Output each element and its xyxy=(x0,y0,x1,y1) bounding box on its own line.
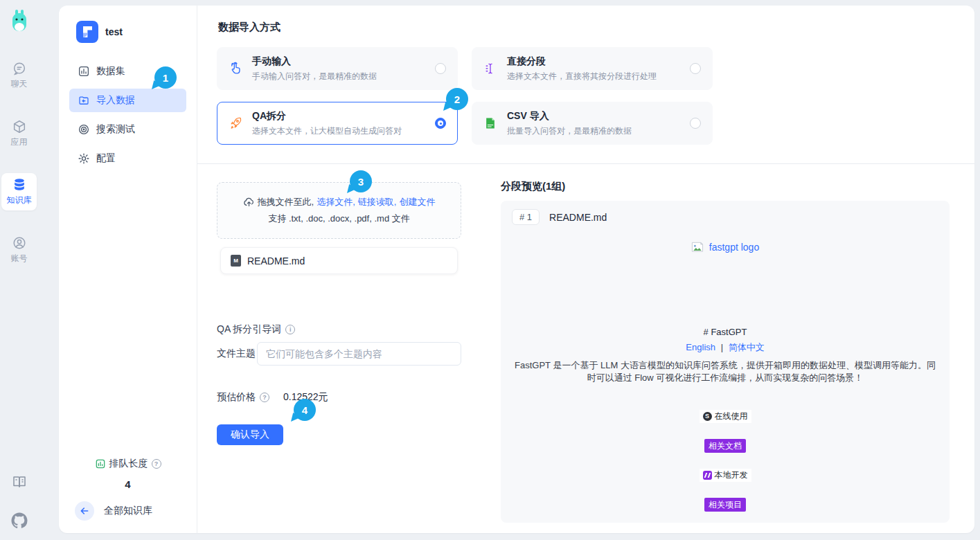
search-test-target-icon xyxy=(78,123,90,136)
chunk-file-name: README.md xyxy=(549,212,607,223)
readme-description: FastGPT 是一个基于 LLM 大语言模型的知识库问答系统，提供开箱即用的数… xyxy=(512,359,938,385)
dataset-icon xyxy=(78,65,90,78)
estimated-price-label: 预估价格 xyxy=(217,391,256,404)
simplified-chinese-link[interactable]: 简体中文 xyxy=(729,342,765,352)
back-to-all-kb[interactable]: 全部知识库 xyxy=(69,501,186,521)
readme-badges: S 在线使用 相关文档 本地开发 xyxy=(512,410,938,523)
rail-item-apps[interactable]: 应用 xyxy=(1,115,37,152)
queue-length-label: 排队长度 xyxy=(109,458,148,470)
text-cursor-icon xyxy=(483,61,497,76)
sidebar-item-config[interactable]: 配置 xyxy=(69,147,186,170)
method-desc: 批量导入问答对，是最精准的数据 xyxy=(507,125,680,137)
queue-length-row: 排队长度 ? xyxy=(95,458,161,470)
rail-item-label: 知识库 xyxy=(7,195,32,206)
mascot-icon xyxy=(9,8,30,36)
uploaded-file-item[interactable]: M README.md xyxy=(220,247,458,274)
related-docs-badge-label: 相关文档 xyxy=(704,439,746,453)
rail-item-chat[interactable]: 聊天 xyxy=(1,57,37,94)
method-text: 直接分段 选择文本文件，直接将其按分段进行处理 xyxy=(507,55,680,82)
mascot-logo xyxy=(9,8,30,36)
rocket-icon xyxy=(229,116,242,131)
related-projects-badge[interactable]: 相关项目 xyxy=(704,498,746,512)
hand-click-icon xyxy=(229,61,242,76)
online-use-badge-label: 在线使用 xyxy=(715,412,748,420)
select-file-link[interactable]: 选择文件, xyxy=(317,196,355,208)
github-icon[interactable] xyxy=(11,512,28,529)
broken-image-row: fastgpt logo xyxy=(691,242,759,253)
kb-header: test xyxy=(69,21,186,43)
help-icon[interactable]: ? xyxy=(260,393,269,402)
chunk-preview-title: 分段预览(1组) xyxy=(501,180,950,193)
database-icon xyxy=(12,177,27,192)
method-label: CSV 导入 xyxy=(507,110,680,123)
rail-item-account[interactable]: 账号 xyxy=(1,231,37,269)
local-dev-badge-icon xyxy=(703,471,712,480)
english-link[interactable]: English xyxy=(686,342,715,352)
sidebar-item-label: 导入数据 xyxy=(96,94,135,107)
readme-heading: # FastGPT xyxy=(512,327,938,337)
rail-item-label: 聊天 xyxy=(11,78,28,90)
online-use-badge[interactable]: S 在线使用 xyxy=(700,410,751,423)
broken-image-icon xyxy=(691,242,704,253)
sidebar-item-label: 搜索测试 xyxy=(96,123,135,136)
queue-chart-icon xyxy=(95,458,106,469)
dropzone-support-text: 支持 .txt, .doc, .docx, .pdf, .md 文件 xyxy=(268,213,409,225)
qa-guide-title: QA 拆分引导词 xyxy=(217,323,281,336)
method-card-csv-import[interactable]: CSV 导入 批量导入问答对，是最精准的数据 xyxy=(472,102,713,145)
app-rail: 聊天 应用 知识库 账号 xyxy=(0,0,38,540)
radio-direct-chunk[interactable] xyxy=(690,63,701,74)
estimated-price-row: 预估价格 ? 0.12522元 xyxy=(217,391,461,404)
local-dev-badge[interactable]: 本地开发 xyxy=(700,469,751,482)
callout-step-4: 4 xyxy=(294,399,316,421)
confirm-import-button[interactable]: 确认导入 xyxy=(217,424,283,445)
app-panel: test 数据集 导入数据 xyxy=(59,6,974,533)
create-file-link[interactable]: 创建文件 xyxy=(399,196,435,208)
back-arrow-button[interactable] xyxy=(75,501,94,521)
link-fetch-link[interactable]: 链接读取, xyxy=(358,196,397,208)
file-topic-field-row: 文件主题 xyxy=(217,342,461,366)
knowledge-base-import-page: { "colors": { "brand_blue": "#3370FF", "… xyxy=(0,0,980,540)
qa-guide-heading: QA 拆分引导词 i xyxy=(217,323,461,336)
import-config-column: 拖拽文件至此, 选择文件, 链接读取, 创建文件 支持 .txt, .doc, … xyxy=(217,182,461,445)
method-desc: 选择文本文件，让大模型自动生成问答对 xyxy=(252,125,425,137)
method-text: CSV 导入 批量导入问答对，是最精准的数据 xyxy=(507,110,680,137)
chat-icon xyxy=(12,61,27,76)
file-topic-input[interactable] xyxy=(257,342,461,366)
fastgpt-logo-icon xyxy=(76,21,98,43)
online-use-badge-icon: S xyxy=(703,412,712,421)
radio-manual-input[interactable] xyxy=(435,63,446,74)
method-card-manual-input[interactable]: 手动输入 手动输入问答对，是最精准的数据 xyxy=(217,47,458,90)
radio-qa-split-selected[interactable] xyxy=(435,118,446,129)
method-card-direct-chunk[interactable]: 直接分段 选择文本文件，直接将其按分段进行处理 xyxy=(472,47,713,90)
method-text: QA拆分 选择文本文件，让大模型自动生成问答对 xyxy=(252,110,425,137)
import-method-title: 数据导入方式 xyxy=(218,21,280,34)
upload-cloud-icon xyxy=(243,197,255,208)
chunk-index-badge: # 1 xyxy=(512,209,540,225)
radio-csv-import[interactable] xyxy=(690,118,701,129)
fastgpt-logo-alt-link[interactable]: fastgpt logo xyxy=(709,242,759,253)
info-icon[interactable]: i xyxy=(285,325,295,334)
docs-book-icon[interactable] xyxy=(11,474,28,490)
rail-bottom-links xyxy=(11,474,28,529)
user-circle-icon xyxy=(12,235,27,251)
chunk-header: # 1 README.md xyxy=(512,209,938,225)
file-dropzone[interactable]: 拖拽文件至此, 选择文件, 链接读取, 创建文件 支持 .txt, .doc, … xyxy=(217,182,461,239)
sidebar-item-label: 配置 xyxy=(96,152,116,165)
callout-step-2: 2 xyxy=(446,88,468,110)
import-main: 数据导入方式 手动输入 手动输入问答对，是最精准的数据 xyxy=(197,6,974,533)
rail-item-knowledge-base[interactable]: 知识库 xyxy=(1,173,37,210)
related-docs-badge[interactable]: 相关文档 xyxy=(704,439,746,453)
help-icon[interactable]: ? xyxy=(152,459,161,469)
sidebar-item-import[interactable]: 导入数据 xyxy=(69,89,186,112)
import-data-icon xyxy=(78,94,90,107)
sidebar-item-search-test[interactable]: 搜索测试 xyxy=(69,118,186,141)
language-links-row: English | 简体中文 xyxy=(512,341,938,354)
gear-icon xyxy=(78,152,90,165)
arrow-left-icon xyxy=(79,505,90,516)
file-topic-label: 文件主题 xyxy=(217,348,257,360)
local-dev-badge-label: 本地开发 xyxy=(715,471,748,479)
separator: | xyxy=(721,342,723,352)
method-card-qa-split[interactable]: QA拆分 选择文本文件，让大模型自动生成问答对 xyxy=(217,102,458,145)
section-divider xyxy=(197,163,974,164)
method-desc: 选择文本文件，直接将其按分段进行处理 xyxy=(507,71,680,82)
